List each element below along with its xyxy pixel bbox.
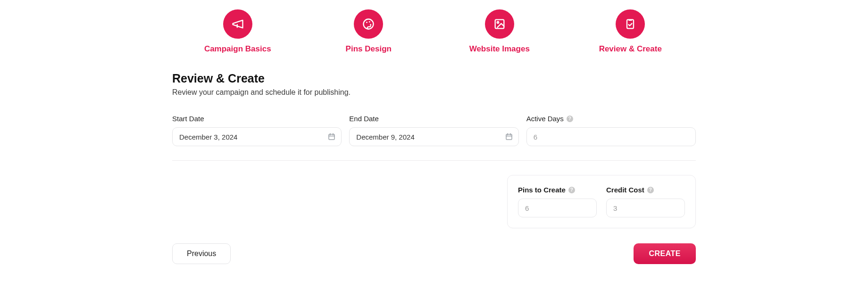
svg-rect-4 — [495, 20, 504, 29]
step-campaign-basics[interactable]: Campaign Basics — [172, 9, 303, 54]
start-date-label: Start Date — [172, 115, 342, 123]
stepper: Campaign Basics Pins Design Website Imag… — [172, 9, 696, 54]
svg-rect-6 — [627, 20, 634, 29]
step-label: Campaign Basics — [204, 44, 271, 54]
step-label: Pins Design — [346, 44, 392, 54]
credit-cost-field: Credit Cost ? — [606, 186, 685, 217]
help-icon[interactable]: ? — [567, 116, 573, 122]
create-button[interactable]: CREATE — [634, 243, 696, 264]
active-days-field: Active Days ? — [526, 115, 696, 146]
previous-button[interactable]: Previous — [172, 243, 231, 264]
step-website-images[interactable]: Website Images — [434, 9, 565, 54]
summary-card: Pins to Create ? Credit Cost ? — [507, 175, 696, 228]
page-subtitle: Review your campaign and schedule it for… — [172, 88, 696, 97]
end-date-input[interactable] — [349, 127, 518, 146]
date-row: Start Date End Date Active Days ? — [172, 115, 696, 146]
step-pins-design[interactable]: Pins Design — [303, 9, 434, 54]
svg-point-1 — [366, 22, 367, 23]
step-label: Website Images — [469, 44, 530, 54]
start-date-field: Start Date — [172, 115, 342, 146]
active-days-label: Active Days ? — [526, 115, 696, 123]
svg-point-0 — [364, 19, 374, 29]
svg-point-5 — [497, 22, 499, 24]
svg-point-2 — [369, 21, 370, 23]
clipboard-check-icon — [616, 9, 645, 39]
active-days-input — [526, 127, 696, 146]
svg-rect-11 — [506, 134, 512, 140]
svg-point-3 — [370, 24, 372, 25]
help-icon[interactable]: ? — [568, 187, 575, 193]
pins-to-create-input — [518, 199, 597, 217]
footer-actions: Previous CREATE — [172, 243, 696, 264]
pins-to-create-field: Pins to Create ? — [518, 186, 597, 217]
calendar-icon[interactable] — [327, 133, 336, 141]
megaphone-icon — [223, 9, 252, 39]
pins-to-create-label: Pins to Create — [518, 186, 566, 194]
page-title: Review & Create — [172, 72, 696, 85]
credit-cost-label: Credit Cost — [606, 186, 644, 194]
image-icon — [485, 9, 514, 39]
end-date-label: End Date — [349, 115, 518, 123]
svg-rect-7 — [329, 134, 334, 140]
help-icon[interactable]: ? — [647, 187, 654, 193]
divider — [172, 160, 696, 161]
start-date-input[interactable] — [172, 127, 342, 146]
active-days-label-text: Active Days — [526, 115, 564, 123]
calendar-icon[interactable] — [505, 133, 513, 141]
end-date-field: End Date — [349, 115, 518, 146]
step-label: Review & Create — [599, 44, 662, 54]
step-review-create[interactable]: Review & Create — [565, 9, 696, 54]
credit-cost-input — [606, 199, 685, 217]
palette-icon — [354, 9, 383, 39]
